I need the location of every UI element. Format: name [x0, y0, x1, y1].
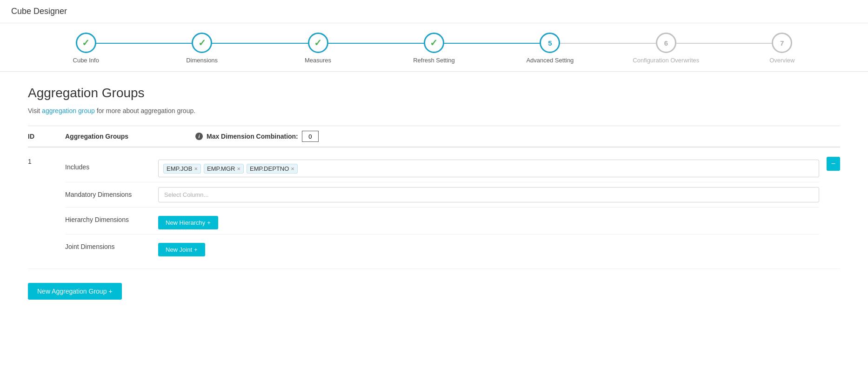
description-text: Visit — [28, 107, 42, 114]
add-aggregation-group-button[interactable]: New Aggregation Group + — [28, 283, 122, 300]
step-5-label: Advanced Setting — [526, 57, 574, 64]
check-icon-4: ✓ — [430, 37, 438, 48]
step-6-number: 6 — [664, 39, 668, 47]
description-suffix: for more about aggregation group. — [95, 107, 195, 114]
step-7-circle: 7 — [772, 33, 792, 53]
tag-emp-mgr-remove[interactable]: × — [237, 166, 240, 172]
step-6[interactable]: 6 Configuration Overwrites — [608, 33, 724, 64]
mandatory-content: Select Column... — [158, 187, 819, 202]
tag-emp-job: EMP.JOB × — [163, 164, 201, 174]
add-group-plus-icon: + — [108, 288, 112, 295]
step-3[interactable]: ✓ Measures — [260, 33, 376, 64]
includes-row: Includes EMP.JOB × EMP.MGR × EMP.DEPTNO — [65, 155, 819, 182]
step-6-circle: 6 — [656, 33, 676, 53]
new-hierarchy-label: New Hierarchy — [166, 219, 205, 226]
step-5-circle: 5 — [540, 33, 560, 53]
stepper-container: ✓ Cube Info ✓ Dimensions ✓ Measures ✓ — [0, 23, 868, 72]
step-5[interactable]: 5 Advanced Setting — [492, 33, 608, 64]
step-2-label: Dimensions — [186, 57, 218, 64]
tag-emp-job-remove[interactable]: × — [194, 166, 198, 172]
check-icon-1: ✓ — [82, 37, 90, 48]
col-group-header: Aggregation Groups — [65, 133, 195, 140]
group-row-1: 1 Includes EMP.JOB × EMP.MGR × — [28, 148, 840, 269]
stepper: ✓ Cube Info ✓ Dimensions ✓ Measures ✓ — [28, 33, 840, 71]
step-3-label: Measures — [305, 57, 331, 64]
step-6-label: Configuration Overwrites — [633, 57, 699, 64]
includes-label: Includes — [65, 160, 158, 171]
step-4-label: Refresh Setting — [413, 57, 455, 64]
step-4[interactable]: ✓ Refresh Setting — [376, 33, 492, 64]
add-group-label: New Aggregation Group — [37, 288, 107, 295]
mandatory-select[interactable]: Select Column... — [158, 187, 819, 202]
new-joint-button[interactable]: New Joint + — [158, 243, 205, 256]
info-icon[interactable]: i — [195, 133, 203, 140]
step-5-number: 5 — [548, 39, 552, 47]
step-7[interactable]: 7 Overview — [724, 33, 840, 64]
new-hierarchy-plus-icon: + — [207, 219, 211, 226]
hierarchy-row: Hierarchy Dimensions New Hierarchy + — [65, 208, 819, 235]
step-3-circle: ✓ — [308, 33, 328, 53]
mandatory-label: Mandatory Dimensions — [65, 187, 158, 198]
includes-tags-input[interactable]: EMP.JOB × EMP.MGR × EMP.DEPTNO × — [158, 160, 819, 177]
step-2-circle: ✓ — [192, 33, 212, 53]
joint-content: New Joint + — [158, 239, 819, 256]
tag-emp-mgr: EMP.MGR × — [204, 164, 244, 174]
app-title: Cube Designer — [0, 0, 868, 23]
group-id-1: 1 — [28, 155, 65, 165]
step-7-label: Overview — [769, 57, 795, 64]
step-1-label: Cube Info — [73, 57, 99, 64]
new-joint-plus-icon: + — [194, 246, 198, 253]
mandatory-row: Mandatory Dimensions Select Column... — [65, 182, 819, 208]
page-title: Aggregation Groups — [28, 86, 840, 101]
check-icon-3: ✓ — [314, 37, 322, 48]
tag-emp-deptno-label: EMP.DEPTNO — [250, 165, 289, 172]
remove-group-1-button[interactable]: − — [827, 157, 840, 171]
hierarchy-label: Hierarchy Dimensions — [65, 212, 158, 223]
hierarchy-content: New Hierarchy + — [158, 212, 819, 229]
step-7-number: 7 — [780, 39, 784, 47]
tag-emp-mgr-label: EMP.MGR — [207, 165, 235, 172]
new-hierarchy-button[interactable]: New Hierarchy + — [158, 216, 218, 229]
step-2[interactable]: ✓ Dimensions — [144, 33, 260, 64]
add-group-section: New Aggregation Group + — [28, 269, 840, 300]
description: Visit aggregation group for more about a… — [28, 107, 840, 114]
group-details-1: Includes EMP.JOB × EMP.MGR × EMP.DEPTNO — [65, 155, 819, 261]
table-header: ID Aggregation Groups i Max Dimension Co… — [28, 126, 840, 148]
tag-emp-job-label: EMP.JOB — [167, 165, 192, 172]
col-id-header: ID — [28, 133, 65, 140]
col-max-header: i Max Dimension Combination: — [195, 131, 319, 142]
max-combo-label: Max Dimension Combination: — [207, 133, 298, 140]
check-icon-2: ✓ — [198, 37, 206, 48]
includes-content: EMP.JOB × EMP.MGR × EMP.DEPTNO × — [158, 160, 819, 177]
max-combo-input[interactable] — [302, 131, 319, 142]
main-content: Aggregation Groups Visit aggregation gro… — [0, 72, 868, 314]
tag-emp-deptno-remove[interactable]: × — [291, 166, 294, 172]
step-1[interactable]: ✓ Cube Info — [28, 33, 144, 64]
step-4-circle: ✓ — [424, 33, 444, 53]
joint-label: Joint Dimensions — [65, 239, 158, 250]
minus-icon: − — [831, 160, 835, 168]
step-1-circle: ✓ — [76, 33, 96, 53]
new-joint-label: New Joint — [166, 246, 192, 253]
joint-row: Joint Dimensions New Joint + — [65, 235, 819, 261]
aggregation-group-link[interactable]: aggregation group — [42, 107, 95, 114]
tag-emp-deptno: EMP.DEPTNO × — [247, 164, 298, 174]
